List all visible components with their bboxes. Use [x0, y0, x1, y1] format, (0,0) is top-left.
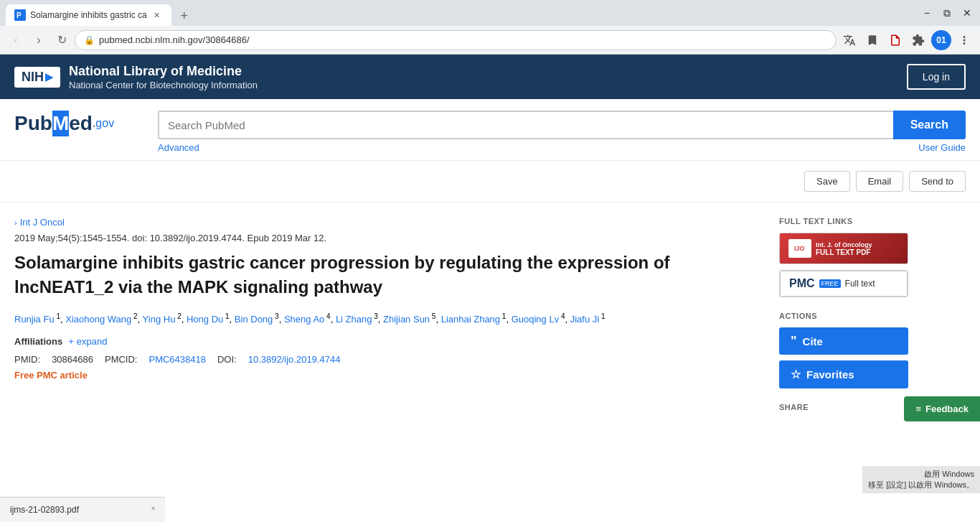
svg-text:IJO: IJO [794, 245, 805, 252]
extensions-icon[interactable] [908, 30, 928, 50]
advanced-search-link[interactable]: Advanced [158, 142, 199, 153]
author-sup-7: 3 [372, 312, 377, 320]
author-hong-du[interactable]: Hong Du [187, 314, 223, 325]
new-tab-button[interactable]: + [174, 6, 194, 26]
author-zhijian-sun[interactable]: Zhijian Sun [383, 314, 430, 325]
acrobat-icon[interactable] [885, 30, 905, 50]
pubmed-logo[interactable]: Pub M ed . gov [14, 111, 143, 136]
expand-label: expand [77, 336, 108, 347]
forward-button[interactable]: › [29, 30, 49, 50]
author-lianhai-zhang[interactable]: Lianhai Zhang [441, 314, 500, 325]
search-area: Search Advanced User Guide [158, 111, 966, 153]
send-to-button[interactable]: Send to [909, 171, 966, 192]
download-chevron-icon[interactable]: ^ [151, 506, 155, 514]
favorites-label: Favorites [806, 368, 854, 381]
article-title: Solamargine inhibits gastric cancer prog… [14, 251, 765, 299]
back-button[interactable]: ‹ [6, 30, 26, 50]
nih-header: NIH ▶ National Library of Medicine Natio… [0, 55, 980, 99]
pmc-free-badge: FREE [819, 279, 841, 288]
ijo-text: Int. J. of Oncology FULL TEXT PDF [816, 241, 872, 256]
page-content: NIH ▶ National Library of Medicine Natio… [0, 55, 980, 522]
pmc-button-inner: PMC FREE Full text [780, 271, 908, 297]
login-button[interactable]: Log in [907, 64, 966, 90]
save-button[interactable]: Save [804, 171, 850, 192]
search-links: Advanced User Guide [158, 142, 966, 153]
cite-label: Cite [803, 335, 823, 348]
minimize-button[interactable]: − [920, 6, 934, 20]
browser-titlebar: P Solamargine inhibits gastric ca ✕ + − … [0, 0, 980, 26]
tab-favicon: P [14, 9, 26, 21]
pubmed-header: Pub M ed . gov Search Advanced User Guid… [0, 99, 980, 161]
ijo-label: Int. J. of Oncology [816, 241, 872, 248]
nih-text-area: National Library of Medicine National Ce… [69, 63, 258, 90]
reload-button[interactable]: ↻ [52, 30, 72, 50]
action-bar: Save Email Send to [0, 161, 980, 202]
search-bar-row: Search [158, 111, 966, 139]
window-controls: − ⧉ ✕ [920, 6, 974, 20]
author-sup-4: 1 [223, 312, 229, 320]
author-sheng-ao[interactable]: Sheng Ao [284, 314, 324, 325]
search-button[interactable]: Search [893, 111, 966, 139]
menu-button[interactable] [954, 30, 974, 50]
pmid-label: PMID: [14, 354, 40, 365]
journal-name: Int J Oncol [20, 217, 65, 228]
nih-subtitle: National Center for Biotechnology Inform… [69, 80, 258, 90]
url-text: pubmed.ncbi.nlm.nih.gov/30864686/ [99, 34, 827, 45]
pmcid-link[interactable]: PMC6438418 [149, 354, 206, 365]
author-xiaohong-wang[interactable]: Xiaohong Wang [65, 314, 131, 325]
author-guoqing-lv[interactable]: Guoqing Lv [512, 314, 560, 325]
full-text-links-label: FULL TEXT LINKS [779, 217, 966, 225]
author-sup-3: 2 [175, 312, 181, 320]
tab-close-button[interactable]: ✕ [151, 9, 163, 21]
author-ying-hu[interactable]: Ying Hu [143, 314, 176, 325]
download-bar: ijms-21-02893.pdf ^ [0, 497, 165, 522]
active-tab[interactable]: P Solamargine inhibits gastric ca ✕ [6, 4, 171, 26]
article-layout: › Int J Oncol 2019 May;54(5):1545-1554. … [0, 202, 980, 411]
nih-title: National Library of Medicine [69, 63, 258, 80]
pmcid-label: PMCID: [105, 354, 138, 365]
ids-row: PMID: 30864686 PMCID: PMC6438418 DOI: 10… [14, 354, 765, 365]
ijo-icon: IJO [788, 239, 811, 258]
author-jiafu-ji[interactable]: Jiafu Ji [570, 314, 599, 325]
browser-window: P Solamargine inhibits gastric ca ✕ + − … [0, 0, 980, 522]
maximize-button[interactable]: ⧉ [940, 6, 954, 20]
author-sup-10: 4 [559, 312, 565, 320]
email-button[interactable]: Email [856, 171, 904, 192]
doi-link[interactable]: 10.3892/ijo.2019.4744 [248, 354, 341, 365]
browser-toolbar: ‹ › ↻ 🔒 pubmed.ncbi.nlm.nih.gov/30864686… [0, 26, 980, 55]
windows-watermark: 啟用 Windows 移至 [設定] 以啟用 Windows。 [862, 466, 980, 493]
journal-link[interactable]: › Int J Oncol [14, 217, 765, 228]
bookmark-icon[interactable] [862, 30, 882, 50]
feedback-button[interactable]: ≡ Feedback [904, 396, 980, 421]
actions-section: ACTIONS " Cite ☆ Favorites [779, 312, 966, 388]
search-input[interactable] [159, 119, 893, 131]
quote-icon: " [791, 335, 797, 348]
ijo-full-text-button[interactable]: IJO Int. J. of Oncology FULL TEXT PDF [779, 233, 908, 264]
close-button[interactable]: ✕ [960, 6, 974, 20]
star-icon: ☆ [791, 368, 801, 381]
feedback-icon: ≡ [915, 404, 921, 414]
chevron-right-icon: › [14, 218, 17, 227]
ijo-sublabel: FULL TEXT PDF [816, 248, 872, 256]
pmc-full-text-button[interactable]: PMC FREE Full text [779, 270, 908, 297]
profile-button[interactable]: 01 [931, 30, 951, 50]
affiliations-label: Affiliations [14, 336, 62, 347]
author-li-zhang[interactable]: Li Zhang [336, 314, 372, 325]
user-guide-link[interactable]: User Guide [918, 142, 966, 153]
doi-label: DOI: [217, 354, 237, 365]
favorites-button[interactable]: ☆ Favorites [779, 360, 908, 388]
full-text-links-section: FULL TEXT LINKS IJO Int. J. of Oncology … [779, 217, 966, 297]
windows-line2: 移至 [設定] 以啟用 Windows。 [868, 480, 974, 490]
address-bar[interactable]: 🔒 pubmed.ncbi.nlm.nih.gov/30864686/ [75, 30, 837, 50]
author-sup-11: 1 [599, 312, 605, 320]
tab-title: Solamargine inhibits gastric ca [30, 10, 147, 20]
free-pmc-link[interactable]: Free PMC article [14, 370, 88, 381]
ijo-button-inner: IJO Int. J. of Oncology FULL TEXT PDF [780, 233, 908, 264]
expand-affiliations-link[interactable]: + expand [68, 336, 107, 347]
author-runjia-fu[interactable]: Runjia Fu [14, 314, 55, 325]
author-sup-5: 3 [273, 312, 278, 320]
search-input-wrap [158, 111, 893, 139]
translate-icon[interactable] [839, 30, 859, 50]
cite-button[interactable]: " Cite [779, 327, 908, 355]
author-bin-dong[interactable]: Bin Dong [235, 314, 273, 325]
